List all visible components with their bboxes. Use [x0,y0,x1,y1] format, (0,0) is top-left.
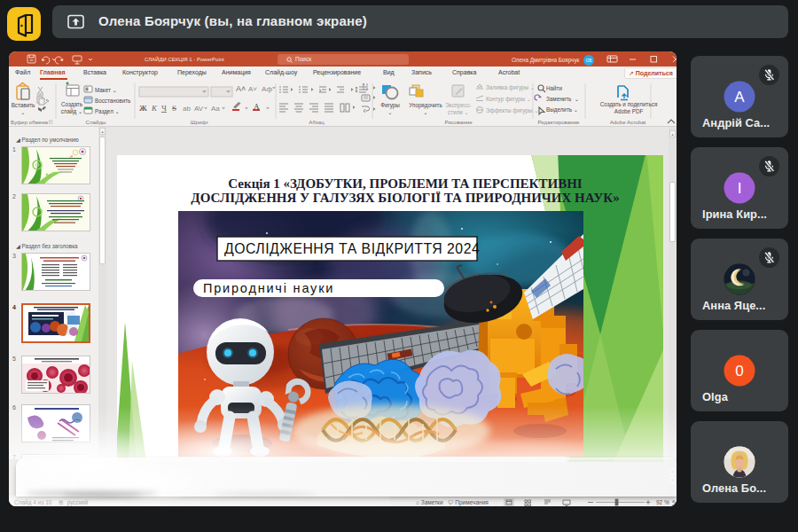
svg-text:Ж: Ж [139,104,147,113]
svg-text:Aa: Aa [211,105,220,113]
svg-text:AV: AV [194,105,204,113]
svg-text:ab: ab [183,105,191,113]
svg-text:S: S [172,104,176,113]
svg-text:Ч: Ч [161,104,167,113]
svg-text:Природничі науки: Природничі науки [203,281,334,295]
svg-text:Аф: Аф [262,85,272,93]
svg-text:К: К [151,104,158,113]
svg-text:А˅: А˅ [248,85,257,93]
svg-text:А˄: А˄ [236,84,246,93]
svg-text:ДОСЛІДЖЕННЯ ТА ВІДКРИТТЯ 2024: ДОСЛІДЖЕННЯ ТА ВІДКРИТТЯ 2024 [224,241,480,256]
svg-text:ДОСЛІДЖЕННЯ У ГАЛУЗЯХ БІОЛОГІЇ: ДОСЛІДЖЕННЯ У ГАЛУЗЯХ БІОЛОГІЇ ТА ПРИРОД… [191,191,619,205]
svg-text:92 %: 92 % [656,499,669,505]
svg-text:Секція 1 «ЗДОБУТКИ, ПРОБЛЕМИ Т: Секція 1 «ЗДОБУТКИ, ПРОБЛЕМИ ТА ПЕРСПЕКТ… [228,176,582,191]
